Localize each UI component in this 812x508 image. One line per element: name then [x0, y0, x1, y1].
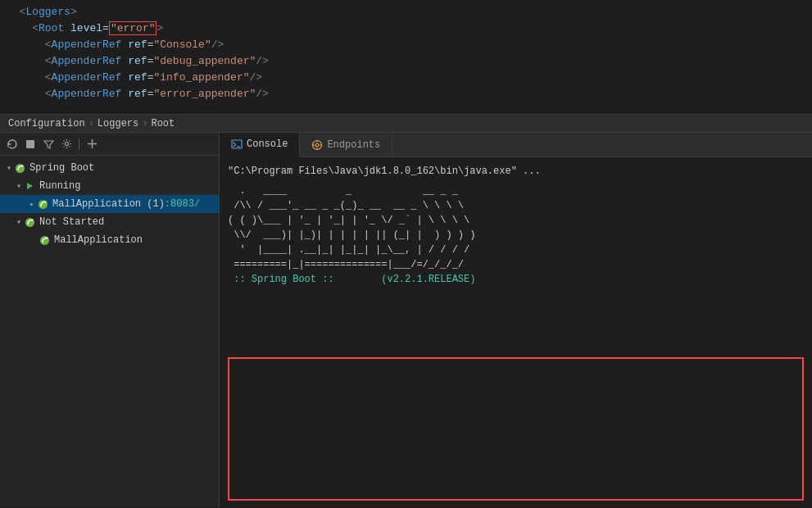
- code-line-1: <Loggers>: [0, 3, 812, 20]
- svg-rect-0: [26, 140, 34, 148]
- spring-version-line: :: Spring Boot :: (v2.2.1.RELEASE): [228, 272, 804, 287]
- spring-icon: [13, 161, 26, 175]
- sidebar-toolbar: [0, 133, 219, 156]
- toolbar-icon-settings[interactable]: [59, 137, 74, 152]
- svg-point-7: [39, 200, 48, 209]
- breadcrumb-configuration[interactable]: Configuration: [8, 118, 85, 129]
- svg-point-4: [16, 164, 25, 173]
- chevron-down-icon-running: ▾: [16, 181, 21, 191]
- console-output[interactable]: "C:\Program Files\Java\jdk1.8.0_162\bin\…: [220, 157, 812, 351]
- ascii-line-1: . ____ _ __ _ _: [228, 184, 804, 198]
- code-editor: <Loggers> <Root level="error"> <Appender…: [0, 0, 812, 115]
- svg-marker-6: [27, 183, 33, 189]
- tab-console[interactable]: Console: [220, 133, 300, 157]
- sidebar-mall-app-stopped-label: MallApplication: [54, 234, 143, 246]
- breadcrumb-root[interactable]: Root: [151, 118, 175, 129]
- chevron-down-icon-not-started: ▾: [16, 217, 21, 227]
- toolbar-icon-rerun[interactable]: [5, 137, 20, 152]
- toolbar-icon-add[interactable]: [84, 137, 99, 152]
- spring-ascii-art: . ____ _ __ _ _ /\\ / ___'_ __ _ _(_)_ _…: [228, 184, 804, 272]
- breadcrumb-loggers[interactable]: Loggers: [98, 118, 138, 129]
- code-line-4: <AppenderRef ref="debug_appender"/>: [0, 52, 812, 69]
- chevron-right-icon: ▸: [29, 199, 34, 209]
- app-running-icon: [36, 197, 49, 211]
- right-panel: Console Endpoints "C:\Program F: [220, 133, 812, 507]
- sidebar-item-spring-boot[interactable]: ▾ Spring Boot: [0, 159, 219, 177]
- app-stopped-icon: [38, 234, 51, 247]
- code-line-6: <AppenderRef ref="error_appender"/>: [0, 85, 812, 102]
- console-tab-icon: [231, 138, 243, 150]
- not-started-icon: [23, 215, 36, 229]
- tabs-bar: Console Endpoints: [220, 133, 812, 157]
- toolbar-separator: [79, 138, 79, 150]
- svg-point-5: [21, 165, 23, 166]
- ascii-line-3: ( ( )\___ | '_ | '_| | '_ \/ _` | \ \ \ …: [228, 213, 804, 228]
- svg-point-12: [46, 237, 48, 238]
- sidebar-tree: ▾ Spring Boot ▾ Runnin: [0, 156, 219, 252]
- breadcrumb: Configuration › Loggers › Root: [0, 115, 812, 133]
- ascii-line-6: =========|_|==============|___/=/_/_/_/: [228, 257, 804, 272]
- sidebar-mall-app-running-label: MallApplication (1): [52, 198, 165, 210]
- svg-point-1: [65, 143, 68, 146]
- sidebar-port-link[interactable]: :8083/: [165, 198, 200, 210]
- svg-point-11: [40, 236, 49, 245]
- sidebar-spring-boot-label: Spring Boot: [29, 162, 94, 174]
- ascii-line-4: \\/ ___)| |_)| | | | | || (_| | ) ) ) ): [228, 228, 804, 243]
- ascii-line-2: /\\ / ___'_ __ _ _(_)_ __ __ _ \ \ \ \: [228, 198, 804, 213]
- svg-point-16: [315, 143, 319, 147]
- sidebar-running-label: Running: [39, 180, 80, 192]
- code-line-5: <AppenderRef ref="info_appender"/>: [0, 69, 812, 85]
- sidebar-not-started-label: Not Started: [39, 216, 104, 228]
- endpoints-tab-icon: [311, 139, 323, 151]
- svg-point-10: [31, 219, 33, 220]
- svg-point-9: [25, 218, 34, 227]
- java-command-line: "C:\Program Files\Java\jdk1.8.0_162\bin\…: [228, 164, 804, 179]
- tab-console-label: Console: [247, 138, 288, 150]
- sidebar-item-not-started[interactable]: ▾ Not Started: [0, 213, 219, 231]
- sidebar-item-running[interactable]: ▾ Running: [0, 177, 219, 195]
- red-selection-box: [228, 357, 804, 501]
- code-line-3: <AppenderRef ref="Console"/>: [0, 36, 812, 52]
- tab-endpoints[interactable]: Endpoints: [300, 133, 392, 157]
- main-layout: ▾ Spring Boot ▾ Runnin: [0, 133, 812, 507]
- ascii-line-5: ' |____| .__|_| |_|_| |_\__, | / / / /: [228, 243, 804, 257]
- svg-point-8: [44, 201, 46, 202]
- sidebar: ▾ Spring Boot ▾ Runnin: [0, 133, 220, 507]
- sidebar-item-mall-application-running[interactable]: ▸ MallApplication (1) :8083/: [0, 195, 219, 213]
- running-group-icon: [23, 179, 36, 193]
- tab-endpoints-label: Endpoints: [327, 139, 380, 151]
- code-line-2: <Root level="error">: [0, 20, 812, 36]
- toolbar-icon-stop[interactable]: [23, 137, 38, 152]
- sidebar-item-mall-application-stopped[interactable]: MallApplication: [0, 231, 219, 249]
- chevron-down-icon: ▾: [7, 163, 11, 173]
- toolbar-icon-filter[interactable]: [41, 137, 56, 152]
